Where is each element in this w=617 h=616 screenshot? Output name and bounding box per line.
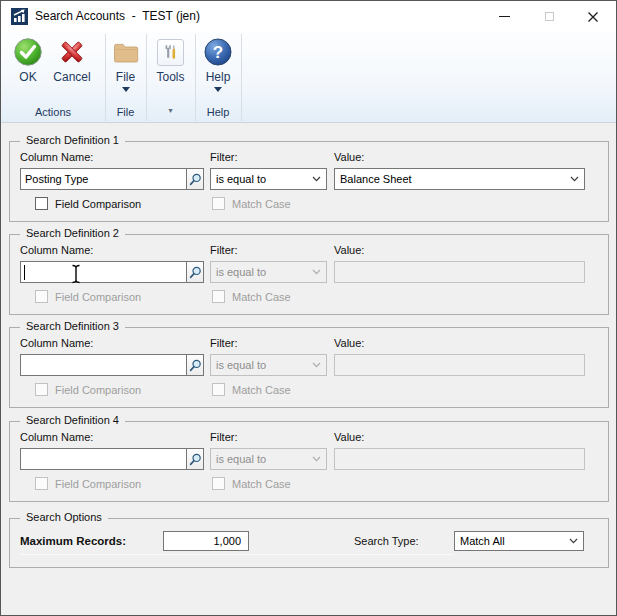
ribbon-group-tools-dropdown-icon[interactable]: ▾ (146, 107, 195, 115)
chevron-down-icon (312, 269, 321, 275)
ribbon-group-label-help: Help (195, 106, 241, 118)
magnifier-icon (189, 359, 202, 372)
chevron-down-icon (312, 362, 321, 368)
filter-combo-3: is equal to (210, 354, 327, 376)
ribbon-group-file: File File (105, 32, 146, 122)
column-lookup-button-1[interactable] (187, 168, 204, 190)
svg-text:?: ? (213, 43, 223, 62)
group-search-options: Search Options Maximum Records: Search T… (9, 518, 609, 568)
etched-divider (20, 554, 454, 555)
group-search-definition-4: Search Definition 4 Column Name: Filter:… (9, 421, 609, 502)
value-label: Value: (334, 151, 364, 163)
file-dropdown-icon (122, 87, 130, 92)
maximum-records-label: Maximum Records: (20, 535, 126, 547)
ok-button[interactable]: OK (7, 36, 49, 102)
ibeam-mouse-cursor (70, 264, 82, 284)
column-name-input-2[interactable] (20, 261, 187, 283)
filter-combo-4: is equal to (210, 448, 327, 470)
search-type-label: Search Type: (354, 535, 419, 547)
field-comparison-checkbox-2: Field Comparison (35, 290, 141, 303)
match-case-checkbox-1: Match Case (212, 197, 291, 210)
filter-label: Filter: (210, 244, 238, 256)
group-search-definition-2: Search Definition 2 Column Name: Filter:… (9, 234, 609, 315)
value-label: Value: (334, 244, 364, 256)
ribbon-group-actions: OK Cancel Actions (1, 32, 105, 122)
chevron-down-icon (569, 538, 578, 544)
filter-label: Filter: (210, 431, 238, 443)
close-button[interactable] (576, 1, 610, 32)
magnifier-icon (189, 453, 202, 466)
title-bar: Search Accounts - TEST (jen) (1, 1, 616, 32)
ok-check-icon (13, 37, 43, 67)
value-combo-1[interactable]: Balance Sheet (334, 168, 585, 190)
column-name-label: Column Name: (20, 151, 93, 163)
cancel-button[interactable]: Cancel (49, 36, 95, 102)
column-name-input-1[interactable] (20, 168, 187, 190)
column-name-label: Column Name: (20, 431, 93, 443)
group-search-definition-1: Search Definition 1 Column Name: Filter:… (9, 141, 609, 222)
chevron-down-icon (570, 176, 579, 182)
value-input-3 (334, 354, 585, 376)
checkbox-box (212, 477, 225, 490)
help-question-icon: ? (203, 37, 233, 67)
match-case-checkbox-4: Match Case (212, 477, 291, 490)
ribbon-group-tools: Tools ▾ (146, 32, 195, 122)
group-title: Search Definition 2 (20, 227, 125, 239)
checkbox-box (35, 290, 48, 303)
group-title: Search Definition 1 (20, 134, 125, 146)
value-label: Value: (334, 431, 364, 443)
field-comparison-checkbox-3: Field Comparison (35, 383, 141, 396)
column-lookup-button-3[interactable] (187, 354, 204, 376)
ribbon-group-label-file: File (105, 106, 146, 118)
match-case-checkbox-2: Match Case (212, 290, 291, 303)
minimize-button[interactable] (487, 1, 521, 32)
value-label: Value: (334, 337, 364, 349)
ribbon-toolbar: OK Cancel Actions (1, 32, 616, 123)
column-name-label: Column Name: (20, 337, 93, 349)
close-icon (587, 11, 599, 23)
checkbox-box (212, 290, 225, 303)
checkbox-box (212, 197, 225, 210)
ribbon-group-help: ? Help Help (195, 32, 241, 122)
search-accounts-window: Search Accounts - TEST (jen) (0, 0, 617, 616)
magnifier-icon (189, 173, 202, 186)
column-lookup-button-2[interactable] (187, 261, 204, 283)
magnifier-icon (189, 266, 202, 279)
ribbon-group-label-actions: Actions (1, 106, 105, 118)
column-name-label: Column Name: (20, 244, 93, 256)
filter-combo-1[interactable]: is equal to (210, 168, 327, 190)
filter-label: Filter: (210, 337, 238, 349)
column-name-input-3[interactable] (20, 354, 187, 376)
field-comparison-checkbox-4: Field Comparison (35, 477, 141, 490)
text-caret (24, 265, 25, 280)
dialog-body: Search Definition 1 Column Name: Filter:… (1, 123, 616, 615)
search-type-combo[interactable]: Match All (454, 531, 584, 551)
checkbox-box (35, 197, 48, 210)
group-search-definition-3: Search Definition 3 Column Name: Filter:… (9, 327, 609, 408)
match-case-checkbox-3: Match Case (212, 383, 291, 396)
maximize-icon (545, 12, 554, 21)
folder-icon (112, 39, 140, 65)
maximum-records-input[interactable] (163, 531, 249, 551)
group-title: Search Definition 3 (20, 320, 125, 332)
minimize-icon (499, 16, 510, 17)
value-input-4 (334, 448, 585, 470)
filter-label: Filter: (210, 151, 238, 163)
file-menu-button[interactable]: File (106, 36, 145, 102)
filter-combo-2: is equal to (210, 261, 327, 283)
ribbon-separator (241, 34, 242, 121)
cancel-x-icon (57, 37, 87, 67)
column-lookup-button-4[interactable] (187, 448, 204, 470)
group-title: Search Definition 4 (20, 414, 125, 426)
column-name-input-4[interactable] (20, 448, 187, 470)
group-title: Search Options (20, 511, 108, 523)
checkbox-box (212, 383, 225, 396)
maximize-button (532, 1, 566, 32)
tools-button[interactable]: Tools (148, 36, 193, 102)
app-chart-icon (11, 8, 28, 25)
chevron-down-icon (312, 176, 321, 182)
field-comparison-checkbox-1[interactable]: Field Comparison (35, 197, 141, 210)
checkbox-box (35, 383, 48, 396)
help-button[interactable]: ? Help (199, 36, 237, 102)
tools-icon (157, 39, 184, 66)
